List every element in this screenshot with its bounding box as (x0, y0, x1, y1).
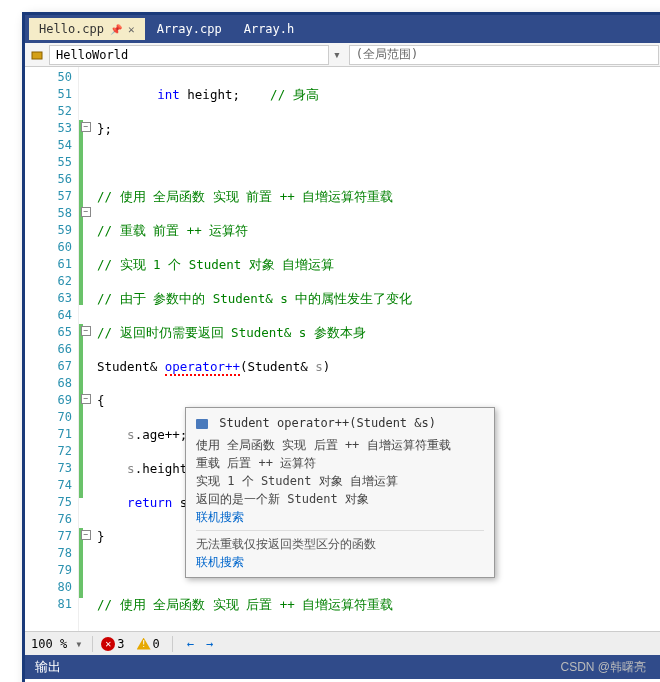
pin-icon[interactable]: 📌 (110, 24, 122, 35)
fold-toggle[interactable]: − (81, 326, 91, 336)
class-dropdown[interactable]: HelloWorld (49, 45, 329, 65)
zoom-dropdown-icon[interactable]: ▾ (75, 637, 82, 651)
change-marker (79, 324, 83, 498)
online-search-link[interactable]: 联机搜索 (196, 508, 484, 526)
line-number: 61 (25, 256, 72, 273)
line-number: 51 (25, 86, 72, 103)
scope-dropdown[interactable]: (全局范围) (349, 45, 659, 65)
fold-toggle[interactable]: − (81, 207, 91, 217)
separator (196, 530, 484, 531)
line-number: 59 (25, 222, 72, 239)
close-icon[interactable]: ✕ (128, 23, 135, 36)
tab-array-cpp[interactable]: Array.cpp (147, 18, 232, 40)
line-number: 57 (25, 188, 72, 205)
line-number: 69 (25, 392, 72, 409)
line-number: 64 (25, 307, 72, 324)
status-bar: 100 % ▾ ✕ 3 ! 0 ← → (25, 631, 660, 655)
line-number: 81 (25, 596, 72, 613)
warning-count: 0 (153, 637, 160, 651)
line-number: 72 (25, 443, 72, 460)
tab-label: Array.h (244, 22, 295, 36)
tooltip-signature: Student operator++(Student &s) (196, 414, 484, 432)
fold-toggle[interactable]: − (81, 122, 91, 132)
navigation-bar: HelloWorld ▾ (全局范围) ▾ (25, 43, 660, 67)
class-dropdown-text: HelloWorld (56, 48, 128, 62)
line-number: 65 (25, 324, 72, 341)
line-number: 74 (25, 477, 72, 494)
line-number: 56 (25, 171, 72, 188)
line-number: 60 (25, 239, 72, 256)
line-number: 80 (25, 579, 72, 596)
warning-icon[interactable]: ! (137, 638, 151, 650)
line-number: 54 (25, 137, 72, 154)
line-number: 55 (25, 154, 72, 171)
tab-label: Hello.cpp (39, 22, 104, 36)
line-number: 73 (25, 460, 72, 477)
svg-rect-0 (32, 52, 42, 59)
line-number: 77 (25, 528, 72, 545)
line-number: 62 (25, 273, 72, 290)
watermark: CSDN @韩曙亮 (560, 659, 646, 676)
line-number: 78 (25, 545, 72, 562)
line-number: 68 (25, 375, 72, 392)
tab-bar: Hello.cpp 📌 ✕ Array.cpp Array.h (25, 15, 660, 43)
intellisense-tooltip: Student operator++(Student &s) 使用 全局函数 实… (185, 407, 495, 578)
tooltip-doc-line: 返回的是一个新 Student 对象 (196, 490, 484, 508)
line-number: 67 (25, 358, 72, 375)
line-number: 52 (25, 103, 72, 120)
line-number-gutter: 5051525354555657585960616263646566676869… (25, 67, 79, 631)
line-number: 76 (25, 511, 72, 528)
line-number: 79 (25, 562, 72, 579)
output-label: 输出 (35, 658, 61, 676)
error-count: 3 (117, 637, 124, 651)
class-icon (29, 47, 45, 63)
zoom-level[interactable]: 100 % (31, 637, 67, 651)
line-number: 75 (25, 494, 72, 511)
function-icon (196, 419, 208, 429)
fold-toggle[interactable]: − (81, 530, 91, 540)
nav-forward-icon[interactable]: → (206, 637, 213, 651)
fold-margin: − − − − − (79, 67, 93, 631)
line-number: 66 (25, 341, 72, 358)
line-number: 70 (25, 409, 72, 426)
online-search-link[interactable]: 联机搜索 (196, 553, 484, 571)
dropdown-arrow-icon[interactable]: ▾ (329, 47, 345, 62)
tooltip-doc-line: 重载 后置 ++ 运算符 (196, 454, 484, 472)
line-number: 71 (25, 426, 72, 443)
scope-dropdown-text: (全局范围) (356, 46, 418, 63)
nav-back-icon[interactable]: ← (187, 637, 194, 651)
line-number: 58 (25, 205, 72, 222)
tooltip-doc-line: 使用 全局函数 实现 后置 ++ 自增运算符重载 (196, 436, 484, 454)
tooltip-doc-line: 实现 1 个 Student 对象 自增运算 (196, 472, 484, 490)
tab-label: Array.cpp (157, 22, 222, 36)
line-number: 53 (25, 120, 72, 137)
line-number: 63 (25, 290, 72, 307)
tooltip-error-text: 无法重载仅按返回类型区分的函数 (196, 535, 484, 553)
tab-hello-cpp[interactable]: Hello.cpp 📌 ✕ (29, 18, 145, 40)
tab-array-h[interactable]: Array.h (234, 18, 305, 40)
fold-toggle[interactable]: − (81, 394, 91, 404)
line-number: 50 (25, 69, 72, 86)
error-icon[interactable]: ✕ (101, 637, 115, 651)
